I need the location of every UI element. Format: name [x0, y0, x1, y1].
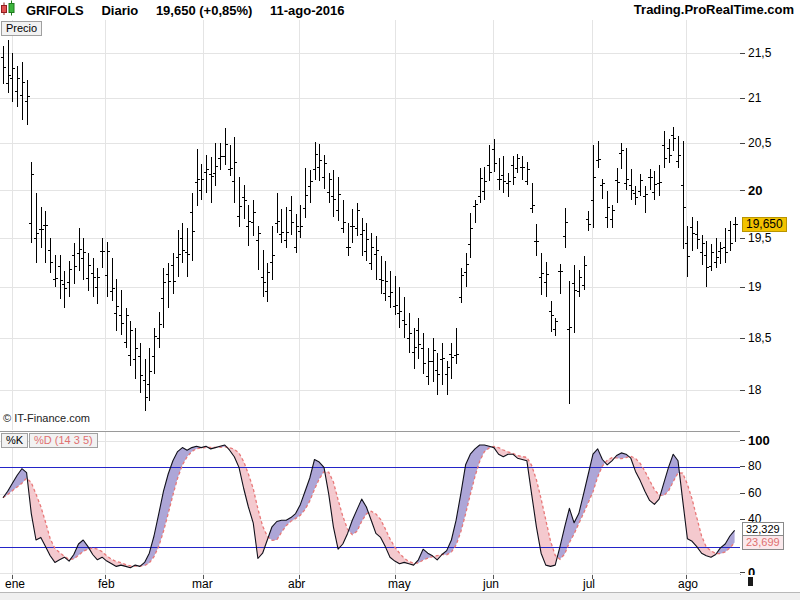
price-axis-tick [740, 390, 745, 391]
month-label: abr [288, 577, 305, 591]
stochastic-canvas[interactable] [0, 432, 740, 575]
price-axis-tick [740, 338, 745, 339]
price-axis-label: 19 [748, 280, 761, 294]
price-panel-label[interactable]: Precio [1, 21, 42, 36]
branding-link[interactable]: Trading.ProRealTime.com [634, 2, 794, 17]
price-axis-tick [740, 53, 745, 54]
price-axis-tick [740, 143, 745, 144]
date-label: 11-ago-2016 [270, 3, 344, 18]
prorealtime-window: GRIFOLS Diario 19,650 (+0,85%) 11-ago-20… [0, 0, 800, 600]
stoch-axis-tick [740, 493, 745, 494]
stoch-axis-label: 60 [748, 486, 761, 500]
timeframe-label: Diario [101, 3, 138, 18]
price-axis-tick [740, 238, 745, 239]
month-label: feb [98, 577, 115, 591]
price-chart-canvas[interactable] [0, 20, 740, 430]
stochastic-d-value: 23,699 [742, 535, 784, 550]
stochastic-panel[interactable]: %K %D (14 3 5) [0, 431, 741, 575]
instrument-title: GRIFOLS Diario 19,650 (+0,85%) 11-ago-20… [26, 3, 358, 18]
stoch-axis-label: 80 [748, 459, 761, 473]
price-axis-label: 21 [748, 91, 761, 105]
axis-corner-glyph[interactable] [748, 577, 753, 586]
month-label: may [388, 577, 411, 591]
price-axis-label: 18,5 [748, 331, 771, 345]
price-axis-label: 20 [748, 183, 762, 198]
month-label: mar [192, 577, 213, 591]
stochastic-d-label[interactable]: %D (14 3 5) [29, 433, 98, 448]
chart-title-bar: GRIFOLS Diario 19,650 (+0,85%) 11-ago-20… [0, 0, 800, 21]
stochastic-y-axis[interactable]: 32,329 23,699 1008060400 [740, 431, 800, 574]
price-axis-tick [740, 98, 745, 99]
symbol-label: GRIFOLS [26, 3, 84, 18]
price-axis-tick [740, 287, 745, 288]
month-label: jul [583, 577, 595, 591]
price-axis-label: 20,5 [748, 136, 771, 150]
stoch-axis-label: 100 [748, 433, 770, 448]
stoch-axis-tick [740, 572, 745, 573]
last-price-tag: 19,650 [742, 217, 787, 232]
stoch-axis-tick [740, 466, 745, 467]
copyright-label: © IT-Finance.com [3, 412, 90, 424]
stoch-axis-tick [740, 519, 745, 520]
month-label: ene [5, 577, 25, 591]
month-label: jun [483, 577, 499, 591]
stochastic-k-label[interactable]: %K [1, 433, 28, 448]
bottom-filler [0, 593, 800, 600]
price-y-axis[interactable]: 19,650 21,52120,52019,51918,518 [740, 20, 800, 431]
price-axis-label: 18 [748, 383, 761, 397]
price-change-label: 19,650 (+0,85%) [156, 3, 252, 18]
stoch-axis-tick [740, 440, 745, 441]
time-x-axis[interactable]: enefebmarabrmayjunjulago [0, 575, 800, 593]
candlestick-chart-icon [3, 2, 21, 18]
price-axis-label: 21,5 [748, 46, 771, 60]
price-axis-tick [740, 190, 745, 191]
month-label: ago [678, 577, 698, 591]
price-chart-panel[interactable]: Precio © IT-Finance.com [0, 20, 741, 430]
price-axis-label: 19,5 [748, 231, 771, 245]
